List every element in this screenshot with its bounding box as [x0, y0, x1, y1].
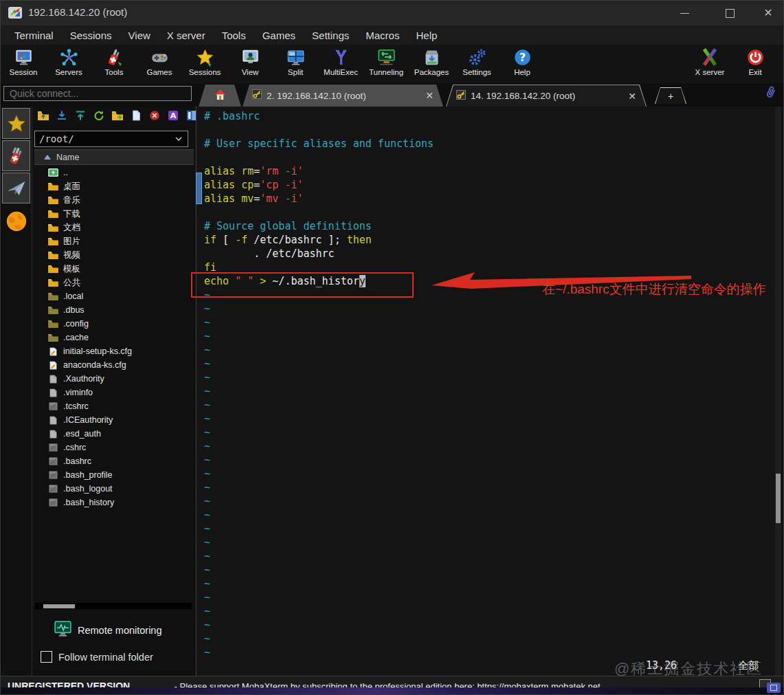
tab-bar: 2. 192.168.142.10 (root) ✕ 14. 192.168.1…	[1, 83, 783, 107]
menu-item-help[interactable]: Help	[407, 25, 445, 45]
servers-icon	[60, 47, 78, 67]
toolbar-session-button[interactable]: Session	[1, 45, 46, 82]
file-script-icon	[48, 457, 60, 465]
file-row[interactable]: .bash_logout	[34, 482, 194, 496]
file-row[interactable]: .config	[34, 317, 194, 331]
menu-item-settings[interactable]: Settings	[304, 25, 357, 45]
file-row[interactable]: .Xauthority	[34, 372, 194, 386]
toolbar-multiexec-button[interactable]: MultiExec	[318, 45, 363, 82]
tab-session-14[interactable]: 14. 192.168.142.20 (root) ✕	[446, 85, 647, 107]
sidebar-collapse-handle[interactable]	[196, 173, 202, 204]
toolbar-settings-button[interactable]: Settings	[454, 45, 500, 82]
file-row[interactable]: 公共	[34, 276, 194, 289]
new-file-icon[interactable]	[129, 109, 143, 122]
file-row[interactable]: .cshrc	[34, 441, 194, 454]
toolbar-tools-button[interactable]: Tools	[91, 45, 137, 82]
terminal-line	[204, 123, 774, 137]
file-row[interactable]: .esd_auth	[34, 427, 194, 441]
file-row[interactable]: .bash_profile	[34, 468, 194, 482]
path-dropdown-chevron-icon[interactable]	[172, 133, 185, 144]
menu-item-games[interactable]: Games	[254, 25, 304, 45]
go-up-icon[interactable]	[36, 109, 50, 122]
toolbar-x-server-button[interactable]: X server	[687, 45, 732, 82]
file-row[interactable]: 桌面	[34, 179, 194, 193]
toolbar-view-button[interactable]: View	[227, 45, 273, 82]
horizontal-scrollbar-thumb[interactable]	[43, 604, 75, 608]
follow-terminal-folder-toggle[interactable]: Follow terminal folder	[41, 651, 153, 663]
folder-icon	[48, 278, 60, 287]
quick-connect-input[interactable]	[3, 86, 192, 101]
folder-hidden-icon	[48, 333, 60, 342]
tab-session-2[interactable]: 2. 192.168.142.10 (root) ✕	[243, 85, 443, 107]
path-field[interactable]: /root/	[34, 131, 188, 147]
menu-item-sessions[interactable]: Sessions	[62, 25, 120, 45]
folder-hidden-icon	[48, 320, 60, 328]
sessions-plane-button[interactable]	[2, 173, 30, 203]
menu-item-view[interactable]: View	[120, 25, 159, 45]
attachments-paperclip-icon[interactable]	[762, 84, 779, 104]
file-row[interactable]: .bash_history	[34, 496, 194, 509]
column-header-name[interactable]: Name	[34, 149, 194, 165]
new-folder-icon[interactable]	[111, 109, 124, 122]
menu-item-macros[interactable]: Macros	[357, 25, 407, 45]
file-row[interactable]: 下载	[34, 207, 194, 221]
file-row[interactable]: 视频	[34, 248, 194, 262]
remote-monitoring-button[interactable]: Remote monitoring	[54, 621, 162, 640]
file-row[interactable]: ..	[34, 166, 194, 179]
delete-icon[interactable]	[148, 109, 161, 122]
file-row[interactable]: .dbus	[34, 303, 194, 317]
download-icon[interactable]	[55, 109, 69, 122]
terminal-pane[interactable]: # .bashrc# User specific aliases and fun…	[196, 107, 783, 676]
macros-knife-button[interactable]	[2, 140, 30, 171]
menu-item-tools[interactable]: Tools	[214, 25, 254, 45]
toolbar-tunneling-button[interactable]: Tunneling	[363, 45, 409, 82]
toolbar-exit-button[interactable]: Exit	[732, 45, 778, 82]
close-tab-icon[interactable]: ✕	[425, 90, 434, 101]
close-tab-icon[interactable]: ✕	[628, 91, 636, 102]
maximize-button[interactable]	[714, 1, 746, 25]
toolbar-help-button[interactable]: ?Help	[500, 45, 545, 82]
file-script-icon	[48, 443, 60, 452]
terminal-empty-line: ~	[204, 439, 774, 453]
file-name: .config	[63, 319, 89, 329]
favorites-star-button[interactable]	[2, 108, 30, 139]
file-row[interactable]: .cache	[34, 331, 194, 344]
toolbar-servers-button[interactable]: Servers	[46, 45, 91, 82]
file-row[interactable]: 文档	[34, 221, 194, 234]
file-row[interactable]: 图片	[34, 234, 194, 248]
file-row[interactable]: initial-setup-ks.cfg	[34, 344, 194, 358]
file-row[interactable]: .bashrc	[34, 454, 194, 468]
file-row[interactable]: .tcshrc	[34, 399, 194, 413]
terminal-empty-line: ~	[204, 536, 774, 549]
terminal-scrollbar[interactable]	[775, 107, 781, 676]
minimize-button[interactable]	[669, 1, 700, 25]
checkbox-unchecked[interactable]	[41, 651, 52, 663]
mobaxterm-window: 192.168.142.20 (root) ✕ TerminalSessions…	[0, 0, 784, 695]
user-sessions-globe-button[interactable]	[3, 207, 30, 236]
file-row[interactable]: 音乐	[34, 193, 194, 207]
toolbar-label: Tools	[105, 68, 124, 76]
file-row[interactable]: anaconda-ks.cfg	[34, 358, 194, 372]
refresh-icon[interactable]	[92, 109, 106, 122]
toolbar-split-button[interactable]: Split	[273, 45, 318, 82]
terminal-empty-line: ~	[204, 329, 774, 343]
tab-home[interactable]	[199, 85, 241, 107]
terminal-scrollbar-thumb[interactable]	[776, 474, 781, 523]
new-tab-button[interactable]: +	[655, 87, 686, 104]
packages-icon	[423, 47, 441, 67]
file-row[interactable]: .ICEauthority	[34, 413, 194, 427]
terminal-empty-line: ~	[204, 549, 774, 563]
upload-icon[interactable]	[74, 109, 87, 122]
toolbar-sessions-button[interactable]: Sessions	[182, 45, 227, 82]
menu-item-x-server[interactable]: X server	[159, 25, 214, 45]
file-row[interactable]: .local	[34, 289, 194, 303]
rename-icon[interactable]: A	[166, 109, 180, 122]
file-gray-icon	[48, 416, 60, 425]
file-row[interactable]: 模板	[34, 262, 194, 276]
close-button[interactable]: ✕	[752, 1, 784, 25]
toolbar-packages-button[interactable]: Packages	[409, 45, 454, 82]
toolbar-games-button[interactable]: Games	[137, 45, 182, 82]
maximize-icon	[726, 9, 735, 18]
file-row[interactable]: .viminfo	[34, 386, 194, 399]
menu-item-terminal[interactable]: Terminal	[6, 25, 62, 45]
